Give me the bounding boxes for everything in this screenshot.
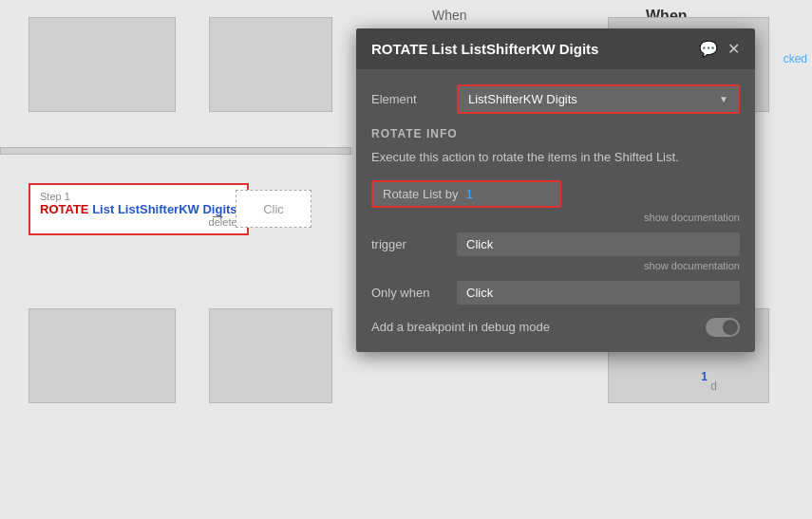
step-label: Step 1 (40, 191, 237, 202)
element-row: Element ListShifterKW Digits ▼ (371, 84, 740, 114)
indicator-d: d (710, 380, 717, 393)
debug-toggle[interactable] (706, 318, 740, 337)
rotate-list-row: Rotate List by 1 (371, 180, 740, 208)
close-button[interactable]: ✕ (727, 40, 740, 58)
step-delete[interactable]: delete (40, 216, 237, 228)
click-placeholder[interactable]: Clic (236, 190, 312, 228)
debug-label: Add a breakpoint in debug mode (371, 320, 550, 334)
element-label: Element (371, 92, 457, 106)
element-select[interactable]: ListShifterKW Digits ▼ (457, 84, 740, 114)
background-cked-text: cked (784, 52, 807, 65)
rotate-list-label: Rotate List by (383, 187, 459, 201)
canvas-area: When When cked Step 1 ROTATE List ListSh… (0, 0, 812, 519)
modal-body: Element ListShifterKW Digits ▼ ROTATE IN… (356, 69, 755, 352)
card-mid-left (0, 147, 351, 155)
trigger-label: trigger (371, 237, 457, 251)
background-when-label-1: When (432, 8, 467, 23)
action-rotate: ROTATE (40, 202, 89, 216)
only-when-select[interactable]: Click (457, 281, 740, 305)
card-bottom-left (28, 308, 176, 403)
card-top-left (28, 17, 176, 112)
rotate-list-input-box[interactable]: Rotate List by 1 (371, 180, 561, 208)
show-doc-1[interactable]: show documentation (371, 212, 740, 223)
only-when-row: Only when Click (371, 281, 740, 305)
section-header: ROTATE INFO (371, 127, 740, 140)
trigger-row: trigger Click (371, 232, 740, 256)
trigger-select[interactable]: Click (457, 232, 740, 256)
chevron-down-icon: ▼ (719, 94, 728, 104)
toggle-knob (723, 320, 738, 335)
modal-icons: 💬 ✕ (699, 40, 740, 58)
indicator-one: 1 (701, 370, 708, 383)
modal-title: ROTATE List ListShifterKW Digits (371, 41, 598, 57)
action-list: List (92, 202, 114, 216)
rotate-modal: ROTATE List ListShifterKW Digits 💬 ✕ Ele… (356, 28, 755, 352)
show-doc-2[interactable]: show documentation (371, 260, 740, 271)
rotate-list-value: 1 (466, 187, 473, 201)
description-text: Execute this action to rotate the items … (371, 148, 740, 167)
step-action: ROTATE List ListShifterKW Digits (40, 202, 237, 216)
only-when-label: Only when (371, 286, 457, 300)
flow-arrow: → (209, 207, 226, 227)
modal-header: ROTATE List ListShifterKW Digits 💬 ✕ (356, 28, 755, 69)
element-value: ListShifterKW Digits (468, 92, 577, 106)
card-top-middle (209, 17, 332, 112)
debug-row: Add a breakpoint in debug mode (371, 318, 740, 337)
comment-button[interactable]: 💬 (699, 40, 718, 58)
card-bottom-middle (209, 308, 332, 403)
